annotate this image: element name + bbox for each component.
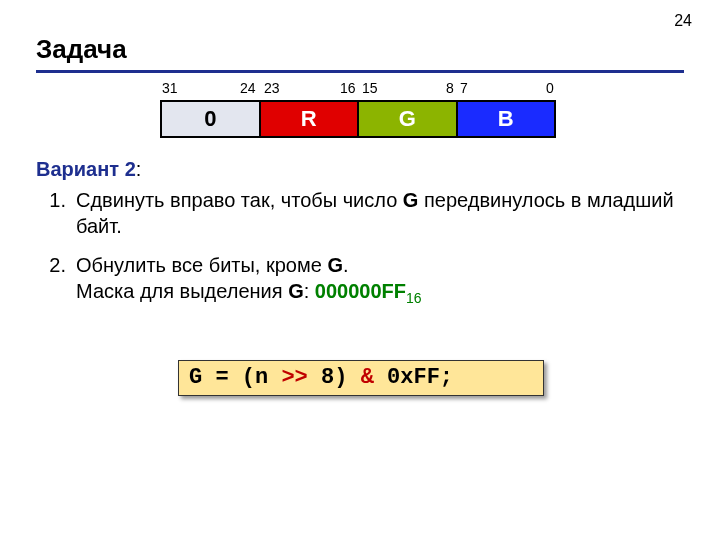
step-2-g2: G [288, 280, 304, 302]
bit-31: 31 [162, 80, 178, 96]
bit-16: 16 [340, 80, 356, 96]
steps-list: 1. Сдвинуть вправо так, чтобы число G пе… [36, 188, 676, 322]
code-shift-op: >> [281, 365, 307, 390]
bit-8: 8 [446, 80, 454, 96]
bit-24: 24 [240, 80, 256, 96]
byte-cell-zero: 0 [162, 102, 261, 136]
step-2: 2. Обнулить все биты, кроме G. Маска для… [36, 253, 676, 308]
byte-diagram: 0 R G B [160, 100, 556, 138]
bit-7: 7 [460, 80, 468, 96]
code-post: 0xFF; [374, 365, 453, 390]
step-2-line2b: : [304, 280, 315, 302]
step-2-text-a: Обнулить все биты, кроме [76, 254, 327, 276]
mask-subscript: 16 [406, 290, 422, 306]
byte-cell-r: R [261, 102, 360, 136]
bit-23: 23 [264, 80, 280, 96]
code-pre: G = (n [189, 365, 281, 390]
byte-cell-g: G [359, 102, 458, 136]
step-2-g: G [327, 254, 343, 276]
step-1-text-a: Сдвинуть вправо так, чтобы число [76, 189, 403, 211]
variant-label: Вариант 2 [36, 158, 136, 180]
page-title: Задача [36, 34, 127, 65]
page-number: 24 [674, 12, 692, 30]
mask-value: 000000FF16 [315, 280, 422, 302]
code-mid: 8) [308, 365, 361, 390]
code-amp-op: & [361, 365, 374, 390]
step-1-num: 1. [36, 188, 76, 239]
mask-hex: 000000FF [315, 280, 406, 302]
step-1-g: G [403, 189, 419, 211]
step-2-text-b: . [343, 254, 349, 276]
variant-line: Вариант 2: [36, 158, 141, 181]
step-2-body: Обнулить все биты, кроме G. Маска для вы… [76, 253, 676, 308]
bit-0: 0 [546, 80, 554, 96]
byte-cell-b: B [458, 102, 555, 136]
step-1: 1. Сдвинуть вправо так, чтобы число G пе… [36, 188, 676, 239]
code-box: G = (n >> 8) & 0xFF; [178, 360, 544, 396]
variant-colon: : [136, 158, 142, 180]
step-2-num: 2. [36, 253, 76, 308]
step-1-body: Сдвинуть вправо так, чтобы число G перед… [76, 188, 676, 239]
step-2-line2a: Маска для выделения [76, 280, 288, 302]
title-underline [36, 70, 684, 73]
bit-15: 15 [362, 80, 378, 96]
